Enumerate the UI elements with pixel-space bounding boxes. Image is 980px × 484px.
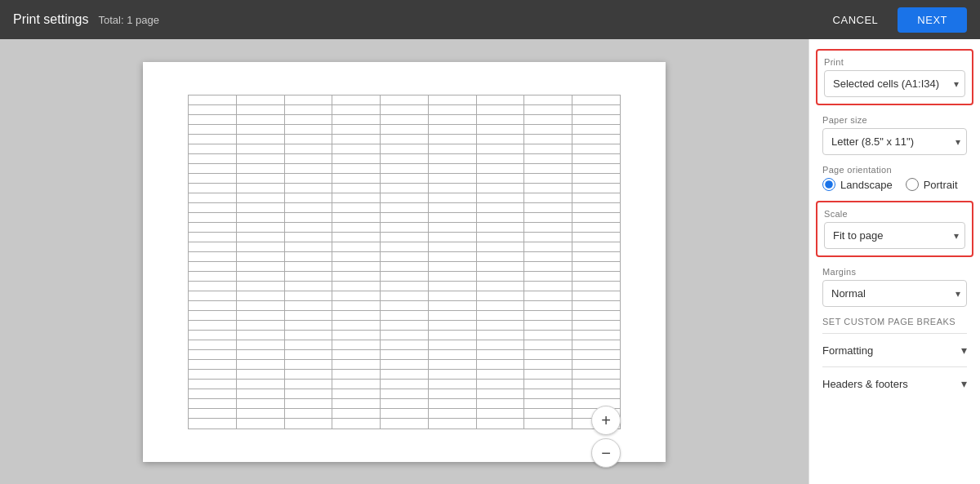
grid-cell — [332, 104, 381, 114]
grid-cell — [332, 389, 381, 398]
grid-cell — [236, 300, 284, 310]
scale-label: Scale — [824, 209, 965, 219]
grid-cell — [524, 242, 572, 251]
grid-cell — [428, 124, 476, 134]
grid-cell — [332, 398, 381, 408]
grid-cell — [236, 379, 284, 389]
grid-cell — [189, 193, 237, 202]
grid-cell — [284, 124, 332, 134]
grid-cell — [524, 183, 572, 193]
grid-cell — [476, 242, 524, 251]
grid-cell — [428, 359, 476, 369]
grid-cell — [524, 271, 572, 281]
grid-cell — [189, 95, 237, 104]
grid-cell — [332, 202, 381, 212]
grid-cell — [381, 261, 429, 271]
grid-cell — [524, 340, 572, 349]
margins-section: Margins Normal Narrow Wide Custom ▾ — [822, 267, 967, 307]
grid-cell — [524, 222, 572, 232]
grid-cell — [572, 183, 621, 193]
grid-cell — [476, 409, 524, 419]
grid-cell — [236, 242, 284, 251]
grid-cell — [428, 173, 476, 183]
grid-cell — [332, 173, 381, 183]
portrait-radio[interactable] — [906, 178, 919, 191]
grid-cell — [189, 144, 237, 153]
grid-cell — [284, 193, 332, 202]
grid-cell — [381, 281, 429, 291]
grid-cell — [572, 173, 621, 183]
grid-cell — [572, 163, 621, 173]
grid-cell — [189, 261, 237, 271]
grid-cell — [572, 202, 621, 212]
grid-cell — [381, 398, 429, 408]
grid-cell — [236, 144, 284, 153]
paper-size-select[interactable]: Letter (8.5" x 11") A4 Legal — [822, 128, 967, 155]
grid-cell — [332, 409, 381, 419]
grid-cell — [428, 409, 476, 419]
portrait-option[interactable]: Portrait — [906, 178, 958, 191]
next-button[interactable]: NEXT — [898, 7, 967, 33]
custom-page-breaks[interactable]: SET CUSTOM PAGE BREAKS — [822, 317, 967, 326]
grid-cell — [284, 291, 332, 300]
grid-cell — [381, 419, 429, 428]
grid-cell — [476, 212, 524, 222]
grid-cell — [381, 183, 429, 193]
grid-cell — [189, 389, 237, 398]
grid-cell — [476, 330, 524, 340]
portrait-label: Portrait — [924, 179, 958, 191]
cancel-button[interactable]: CANCEL — [820, 7, 892, 33]
grid-cell — [189, 163, 237, 173]
grid-cell — [428, 144, 476, 153]
grid-cell — [332, 300, 381, 310]
grid-cell — [428, 212, 476, 222]
grid-cell — [428, 114, 476, 124]
grid-cell — [236, 340, 284, 349]
grid-cell — [572, 330, 621, 340]
grid-cell — [189, 173, 237, 183]
grid-cell — [236, 202, 284, 212]
grid-cell — [284, 134, 332, 144]
topbar-actions: CANCEL NEXT — [820, 7, 967, 33]
grid-cell — [284, 300, 332, 310]
landscape-radio[interactable] — [822, 178, 835, 191]
zoom-in-button[interactable]: + — [591, 406, 621, 435]
grid-cell — [332, 330, 381, 340]
zoom-out-button[interactable]: − — [591, 438, 621, 468]
grid-cell — [476, 134, 524, 144]
grid-cell — [476, 398, 524, 408]
grid-cell — [236, 232, 284, 242]
grid-cell — [189, 134, 237, 144]
grid-cell — [332, 114, 381, 124]
grid-cell — [284, 153, 332, 163]
grid-cell — [572, 379, 621, 389]
grid-cell — [572, 242, 621, 251]
grid-cell — [332, 251, 381, 261]
margins-select[interactable]: Normal Narrow Wide Custom — [822, 280, 967, 307]
grid-cell — [524, 134, 572, 144]
print-select[interactable]: Selected cells (A1:I34) Current sheet Wo… — [824, 70, 965, 97]
grid-cell — [524, 409, 572, 419]
landscape-option[interactable]: Landscape — [822, 178, 893, 191]
grid-cell — [572, 320, 621, 330]
grid-cell — [428, 340, 476, 349]
grid-cell — [572, 389, 621, 398]
grid-cell — [284, 202, 332, 212]
formatting-header[interactable]: Formatting ▾ — [822, 344, 967, 357]
spreadsheet-grid — [188, 95, 621, 429]
headers-footers-header[interactable]: Headers & footers ▾ — [822, 377, 967, 390]
grid-cell — [381, 242, 429, 251]
grid-cell — [332, 281, 381, 291]
grid-cell — [236, 409, 284, 419]
scale-select[interactable]: Fit to page Normal (100%) Fit to width F… — [824, 222, 965, 249]
grid-cell — [381, 114, 429, 124]
grid-cell — [476, 222, 524, 232]
grid-cell — [284, 271, 332, 281]
grid-cell — [428, 389, 476, 398]
orientation-radio-group: Landscape Portrait — [822, 178, 967, 191]
grid-cell — [236, 153, 284, 163]
zoom-controls: + − — [591, 406, 621, 468]
settings-panel: Print Selected cells (A1:I34) Current sh… — [808, 39, 980, 484]
formatting-chevron-icon: ▾ — [961, 344, 967, 357]
grid-cell — [189, 320, 237, 330]
